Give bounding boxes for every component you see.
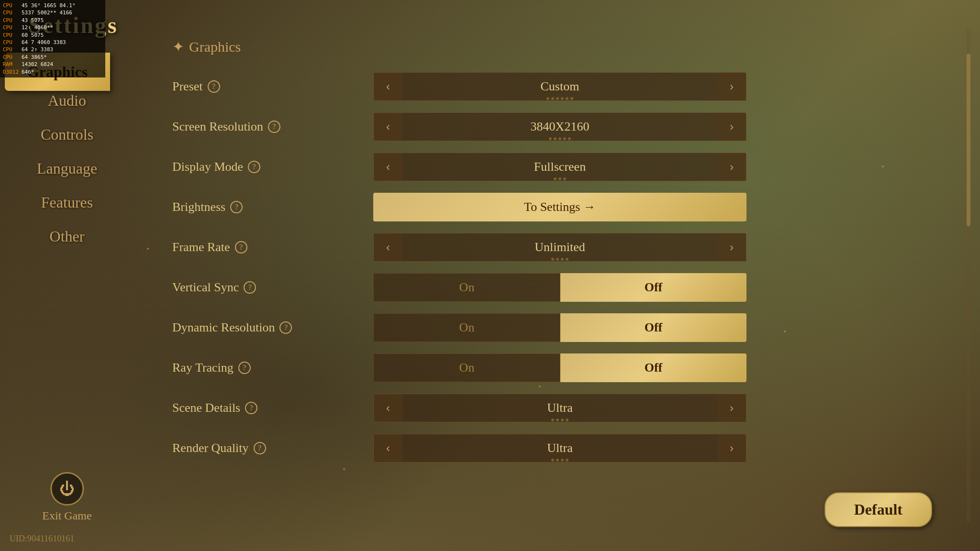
setting-row-frame-rate: Frame Rate ? ‹ Unlimited › [172, 230, 746, 264]
section-arrow: ✦ [172, 38, 184, 55]
ray-tracing-control: On Off [373, 353, 746, 382]
scene-details-help-icon[interactable]: ? [245, 402, 257, 414]
display-mode-dots [554, 177, 566, 180]
scene-details-selector: ‹ Ultra › [373, 394, 746, 422]
brightness-control: To Settings → [373, 193, 746, 221]
dynamic-resolution-label: Dynamic Resolution ? [172, 320, 373, 335]
frame-rate-label: Frame Rate ? [172, 240, 373, 254]
vsync-toggle: On Off [373, 273, 746, 302]
display-mode-next-button[interactable]: › [717, 153, 746, 181]
settings-container: Settings Graphics Audio Controls Languag… [0, 0, 980, 551]
preset-selector: ‹ Custom › [373, 72, 746, 101]
preset-next-button[interactable]: › [717, 73, 746, 100]
sidebar-item-controls[interactable]: Controls [0, 120, 134, 149]
power-icon: ⏻ [50, 472, 84, 506]
vsync-on-button[interactable]: On [373, 273, 560, 302]
dynamic-resolution-on-button[interactable]: On [373, 313, 560, 342]
performance-hud: CPU45 36° 1665 84.1° CPU5337 5002** 4166… [0, 0, 105, 77]
preset-help-icon[interactable]: ? [208, 80, 220, 93]
scene-details-control: ‹ Ultra › [373, 394, 746, 422]
setting-row-brightness: Brightness ? To Settings → [172, 190, 746, 224]
brightness-help-icon[interactable]: ? [230, 201, 243, 213]
preset-value: Custom [402, 79, 717, 94]
settings-list: Preset ? ‹ Custom › Screen Re [172, 69, 746, 465]
frame-rate-next-button[interactable]: › [717, 233, 746, 261]
scene-details-value: Ultra [402, 401, 717, 415]
frame-rate-dots [551, 258, 568, 261]
ray-tracing-off-button[interactable]: Off [560, 353, 746, 382]
resolution-next-button[interactable]: › [717, 113, 746, 141]
display-mode-label: Display Mode ? [172, 160, 373, 174]
frame-rate-selector: ‹ Unlimited › [373, 233, 746, 262]
frame-rate-value: Unlimited [402, 240, 717, 254]
display-mode-selector: ‹ Fullscreen › [373, 153, 746, 181]
render-quality-label: Render Quality ? [172, 441, 373, 455]
sidebar: Settings Graphics Audio Controls Languag… [0, 0, 134, 551]
sidebar-item-language[interactable]: Language [0, 154, 134, 183]
display-mode-help-icon[interactable]: ? [248, 161, 260, 173]
preset-prev-button[interactable]: ‹ [374, 73, 402, 100]
resolution-selector: ‹ 3840X2160 › [373, 112, 746, 141]
display-mode-control: ‹ Fullscreen › [373, 153, 746, 181]
render-quality-next-button[interactable]: › [717, 434, 746, 462]
default-button[interactable]: Default [824, 492, 932, 527]
resolution-prev-button[interactable]: ‹ [374, 113, 402, 141]
dynamic-resolution-off-button[interactable]: Off [560, 313, 746, 342]
resolution-dots [549, 137, 571, 140]
render-quality-value: Ultra [402, 441, 717, 455]
preset-label: Preset ? [172, 79, 373, 94]
preset-control: ‹ Custom › [373, 72, 746, 101]
scrollbar[interactable] [967, 29, 970, 522]
setting-row-render-quality: Render Quality ? ‹ Ultra › [172, 431, 746, 465]
render-quality-dots [551, 459, 568, 462]
scrollbar-thumb[interactable] [967, 54, 970, 226]
resolution-help-icon[interactable]: ? [268, 121, 280, 133]
frame-rate-control: ‹ Unlimited › [373, 233, 746, 262]
render-quality-selector: ‹ Ultra › [373, 434, 746, 463]
ray-tracing-label: Ray Tracing ? [172, 361, 373, 375]
vsync-control: On Off [373, 273, 746, 302]
exit-game-button[interactable]: ⏻ Exit Game [42, 472, 91, 522]
brightness-label: Brightness ? [172, 200, 373, 214]
vsync-label: Vertical Sync ? [172, 280, 373, 295]
setting-row-scene-details: Scene Details ? ‹ Ultra › [172, 391, 746, 425]
dynamic-resolution-toggle: On Off [373, 313, 746, 342]
ray-tracing-toggle: On Off [373, 353, 746, 382]
scene-details-label: Scene Details ? [172, 401, 373, 415]
resolution-value: 3840X2160 [402, 120, 717, 134]
ray-tracing-help-icon[interactable]: ? [238, 362, 251, 374]
setting-row-vsync: Vertical Sync ? On Off [172, 270, 746, 305]
preset-dots [546, 97, 573, 100]
display-mode-prev-button[interactable]: ‹ [374, 153, 402, 181]
setting-row-dynamic-resolution: Dynamic Resolution ? On Off [172, 310, 746, 345]
brightness-settings-button[interactable]: To Settings → [373, 193, 746, 221]
ray-tracing-on-button[interactable]: On [373, 353, 560, 382]
resolution-label: Screen Resolution ? [172, 120, 373, 134]
render-quality-control: ‹ Ultra › [373, 434, 746, 463]
scene-details-dots [551, 419, 568, 421]
render-quality-prev-button[interactable]: ‹ [374, 434, 402, 462]
vsync-off-button[interactable]: Off [560, 273, 746, 302]
exit-game-label: Exit Game [42, 509, 91, 522]
dynamic-resolution-control: On Off [373, 313, 746, 342]
display-mode-value: Fullscreen [402, 160, 717, 174]
section-title-text: Graphics [189, 39, 241, 55]
setting-row-resolution: Screen Resolution ? ‹ 3840X2160 › [172, 110, 746, 144]
section-title: ✦ Graphics [172, 38, 951, 55]
frame-rate-prev-button[interactable]: ‹ [374, 233, 402, 261]
vsync-help-icon[interactable]: ? [244, 281, 256, 294]
setting-row-preset: Preset ? ‹ Custom › [172, 69, 746, 104]
uid-text: UID:90411610161 [10, 534, 74, 544]
render-quality-help-icon[interactable]: ? [254, 442, 266, 454]
resolution-control: ‹ 3840X2160 › [373, 112, 746, 141]
main-content: ✦ Graphics Preset ? ‹ Custom › [134, 0, 980, 551]
setting-row-ray-tracing: Ray Tracing ? On Off [172, 351, 746, 385]
frame-rate-help-icon[interactable]: ? [235, 241, 247, 253]
sidebar-item-features[interactable]: Features [0, 188, 134, 217]
scene-details-next-button[interactable]: › [717, 394, 746, 422]
dynamic-resolution-help-icon[interactable]: ? [279, 321, 292, 334]
scene-details-prev-button[interactable]: ‹ [374, 394, 402, 422]
sidebar-item-other[interactable]: Other [0, 222, 134, 251]
sidebar-nav: Audio Controls Language Features Other [0, 86, 134, 251]
setting-row-display-mode: Display Mode ? ‹ Fullscreen › [172, 150, 746, 184]
